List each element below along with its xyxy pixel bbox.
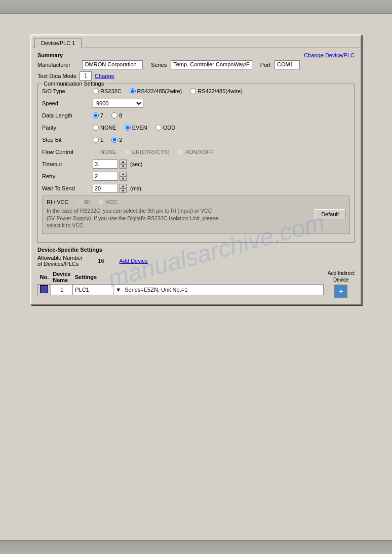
sio-rs422-2wire-radio[interactable] <box>130 88 136 94</box>
device-name-input[interactable] <box>75 287 111 293</box>
sio-rs422-4wire-radio[interactable] <box>190 88 196 94</box>
data-length-radio-group: 7 8 <box>93 112 122 118</box>
sio-rs232c-radio[interactable] <box>93 88 99 94</box>
parity-row: Parity NONE EVEN ODD <box>42 123 350 133</box>
summary-row: Summary Change Device/PLC <box>37 52 355 58</box>
top-bar <box>0 0 392 14</box>
tab-bar: Device/PLC 1 <box>31 35 361 48</box>
dialog-content: Summary Change Device/PLC Manufacturer O… <box>31 48 361 304</box>
sio-rs422-2wire-option[interactable]: RS422/485(2wire) <box>130 88 182 94</box>
device-settings-cell: ▼ Series=E5ZN, Unit No.=1 <box>113 285 323 295</box>
stop-bit-radio-group: 1 2 <box>93 137 122 143</box>
flow-control-label: Flow Control <box>42 149 93 155</box>
retry-decrement-btn[interactable]: ▼ <box>120 176 127 181</box>
manufacturer-label: Manufacturer <box>37 62 78 68</box>
data-length-7-option[interactable]: 7 <box>93 112 103 118</box>
flow-xon-option[interactable]: XON/XOFF <box>178 149 214 155</box>
speed-label: Speed <box>42 100 93 106</box>
parity-label: Parity <box>42 125 93 131</box>
parity-odd-option[interactable]: ODD <box>155 125 175 131</box>
manufacturer-value: OMRON Corporation <box>82 60 143 69</box>
sio-type-radio-group: RS232C RS422/485(2wire) RS422/485(4wire) <box>93 88 243 94</box>
stop-bit-2-radio[interactable] <box>111 137 117 143</box>
stop-bit-1-option[interactable]: 1 <box>93 137 103 143</box>
add-indirect-section: Add IndirectDevice + <box>328 270 355 298</box>
timeout-input[interactable]: 3 <box>93 160 118 169</box>
wait-to-send-unit: (ms) <box>130 185 141 191</box>
parity-even-label: EVEN <box>132 125 147 131</box>
data-length-label: Data Length <box>42 112 93 118</box>
retry-spinbox-buttons: ▲ ▼ <box>120 172 127 181</box>
allowable-label-line2: of Devices/PLCs <box>37 261 83 267</box>
text-data-mode-row: Text Data Mode 1 Change <box>37 71 355 81</box>
allowable-label-line1: Allowable Number <box>37 255 83 261</box>
data-length-8-radio[interactable] <box>111 112 117 118</box>
ri-vcc-box: RI / VCC RI VCC In the case of RS232C, y… <box>42 195 350 234</box>
flow-er-radio[interactable] <box>125 149 131 155</box>
sio-rs232c-option[interactable]: RS232C <box>93 88 122 94</box>
wait-to-send-spinbox: 20 ▲ ▼ (ms) <box>93 184 141 193</box>
series-value: Temp. Controller CompoWay/F <box>171 60 252 69</box>
parity-even-option[interactable]: EVEN <box>125 125 147 131</box>
parity-even-radio[interactable] <box>125 125 131 131</box>
sio-rs422-4wire-label: RS422/485(4wire) <box>198 88 243 94</box>
text-data-mode-value: 1 <box>80 71 92 81</box>
ri-radio[interactable] <box>76 199 83 205</box>
device-name-cell[interactable] <box>73 285 113 295</box>
vcc-radio[interactable] <box>98 199 104 205</box>
device-icon <box>40 285 48 293</box>
default-button[interactable]: Default <box>315 209 345 219</box>
data-length-7-radio[interactable] <box>93 112 99 118</box>
parity-none-option[interactable]: NONE <box>93 125 116 131</box>
speed-select[interactable]: 9600 19200 38400 <box>93 99 143 108</box>
wait-to-send-row: Wait To Send 20 ▲ ▼ (ms) <box>42 183 350 193</box>
text-data-mode-change-link[interactable]: Change <box>95 73 114 79</box>
flow-none-label: NONE <box>100 149 116 155</box>
add-indirect-label: Add IndirectDevice <box>328 270 355 283</box>
add-indirect-button[interactable]: + <box>334 285 347 298</box>
retry-input[interactable]: 2 <box>93 172 118 181</box>
add-device-link[interactable]: Add Device <box>120 258 148 264</box>
stop-bit-2-option[interactable]: 2 <box>111 137 122 143</box>
change-device-plc-link[interactable]: Change Device/PLC <box>304 52 355 58</box>
data-length-8-option[interactable]: 8 <box>111 112 122 118</box>
speed-row: Speed 9600 19200 38400 <box>42 98 350 108</box>
timeout-row: Timeout 3 ▲ ▼ (sec) <box>42 159 350 169</box>
flow-none-radio[interactable] <box>93 149 99 155</box>
timeout-label: Timeout <box>42 161 93 167</box>
vcc-option[interactable]: VCC <box>98 199 117 205</box>
stop-bit-1-radio[interactable] <box>93 137 99 143</box>
timeout-spinbox: 3 ▲ ▼ (sec) <box>93 160 142 169</box>
ri-vcc-description: In the case of RS232C, you can select th… <box>47 207 219 229</box>
port-label: Port <box>260 62 270 68</box>
parity-odd-radio[interactable] <box>155 125 162 131</box>
retry-increment-btn[interactable]: ▲ <box>120 172 127 176</box>
flow-none-option[interactable]: NONE <box>93 149 116 155</box>
wait-to-send-increment-btn[interactable]: ▲ <box>120 184 127 188</box>
communication-settings-group: Communication Settings S/O Type RS232C R… <box>37 84 355 243</box>
flow-er-option[interactable]: ER(DTR)/CTS) <box>125 149 170 155</box>
stop-bit-1-label: 1 <box>100 137 103 143</box>
timeout-spinbox-buttons: ▲ ▼ <box>120 160 127 169</box>
timeout-increment-btn[interactable]: ▲ <box>120 160 127 164</box>
flow-xon-radio[interactable] <box>178 149 184 155</box>
parity-none-radio[interactable] <box>93 125 99 131</box>
parity-odd-label: ODD <box>163 125 175 131</box>
sio-rs422-4wire-option[interactable]: RS422/485(4wire) <box>190 88 243 94</box>
col-settings: Settings <box>73 270 113 285</box>
device-specific-section: Device-Specific Settings Allowable Numbe… <box>37 247 355 298</box>
timeout-decrement-btn[interactable]: ▼ <box>120 164 127 169</box>
comm-settings-title: Communication Settings <box>42 81 105 87</box>
wait-to-send-spinbox-buttons: ▲ ▼ <box>120 184 127 193</box>
flow-control-row: Flow Control NONE ER(DTR)/CTS) XON/XO <box>42 147 350 157</box>
ri-option[interactable]: RI <box>76 199 90 205</box>
tab-device-plc1[interactable]: Device/PLC 1 <box>34 38 82 48</box>
col-no: No. <box>38 270 51 285</box>
wait-to-send-decrement-btn[interactable]: ▼ <box>120 188 127 193</box>
stop-bit-2-label: 2 <box>119 137 122 143</box>
port-value: COM1 <box>275 60 300 69</box>
retry-spinbox: 2 ▲ ▼ <box>93 172 127 181</box>
wait-to-send-input[interactable]: 20 <box>93 184 118 193</box>
data-length-row: Data Length 7 8 <box>42 110 350 121</box>
sio-type-label: S/O Type <box>42 88 93 94</box>
